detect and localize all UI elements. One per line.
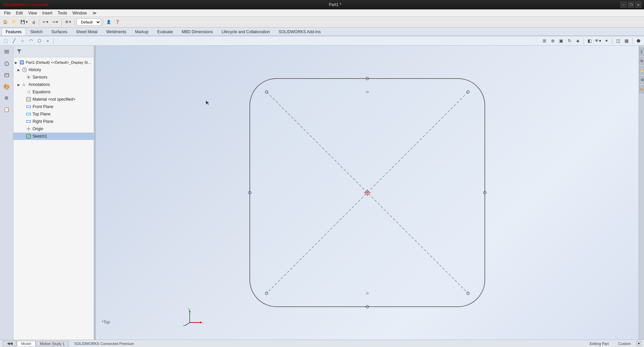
tb2-sep2	[584, 38, 584, 44]
more-sketch-btn[interactable]: »	[44, 37, 51, 45]
open-button[interactable]: 📁	[10, 18, 18, 27]
polygon-btn[interactable]: ⬡	[36, 37, 43, 45]
menu-more[interactable]: ≫	[90, 10, 99, 16]
file-explorer-btn[interactable]: 📂	[639, 66, 644, 75]
section-view-btn[interactable]: ◫	[614, 37, 622, 45]
tree-root[interactable]: ▶ Part1 (Default) <<Default>_Display St.…	[13, 59, 94, 66]
tree-annotations[interactable]: ▶ A Annotations	[13, 81, 94, 88]
tree-origin[interactable]: ▶ Origin	[13, 125, 94, 133]
arc-btn[interactable]: ◠	[27, 37, 35, 45]
tree-top-plane[interactable]: ▶ Top Plane	[13, 110, 94, 118]
tree-sketch1[interactable]: ▶ Sketch1	[13, 133, 94, 140]
tab-markup[interactable]: Markup	[131, 28, 153, 36]
zoom-fit-btn[interactable]: ⊞	[541, 37, 548, 45]
apply-scene-btn[interactable]: ✦	[603, 37, 610, 45]
tree-root-label: Part1 (Default) <<Default>_Display St...	[26, 60, 91, 64]
viewport-btn[interactable]: ▦	[623, 37, 630, 45]
print-button[interactable]: 🖨	[30, 18, 37, 27]
history-icon	[21, 67, 28, 73]
menu-insert[interactable]: Insert	[40, 10, 55, 16]
appearance-btn[interactable]: 🎨	[1, 81, 12, 92]
redo-icon: ↪	[52, 20, 55, 24]
tab-features[interactable]: Features	[1, 28, 26, 36]
svg-marker-44	[200, 321, 202, 324]
tab-evaluate[interactable]: Evaluate	[153, 28, 177, 36]
sensors-icon	[26, 74, 32, 80]
sketch-toolbar: ⬚ ╱ ○ ◠ ⬡ » ⊞ ⊕ ▣ ↻ ◈ ◧ 👁	[0, 36, 644, 46]
tab-surfaces[interactable]: Surfaces	[47, 28, 72, 36]
zoom-area-btn[interactable]: ⊕	[549, 37, 556, 45]
view-orient-btn[interactable]: ◈	[574, 37, 582, 45]
tree-history[interactable]: ▶ History	[13, 66, 94, 73]
menu-tools[interactable]: Tools	[55, 10, 70, 16]
svg-point-11	[28, 76, 30, 78]
viewport-canvas[interactable]: *Top x y z	[96, 46, 639, 340]
tab-model[interactable]: Model	[17, 341, 36, 346]
view-palette-btn[interactable]: 🖼	[639, 76, 644, 84]
tab-sheet-metal[interactable]: Sheet Metal	[72, 28, 102, 36]
config-mgr-btn[interactable]	[1, 70, 12, 81]
feature-mgr-btn[interactable]	[1, 47, 12, 58]
appear-icon: ⬟	[637, 38, 640, 43]
design-library-btn[interactable]: 📚	[639, 57, 644, 65]
profile-button[interactable]: 👤	[105, 18, 113, 27]
display-style-btn[interactable]: ◧	[586, 37, 593, 45]
save-dropdown-arrow: ▾	[26, 20, 28, 24]
maximize-button[interactable]: ❐	[628, 2, 634, 8]
zoom-sheet-btn[interactable]: ▣	[557, 37, 565, 45]
redo-button[interactable]: ↪ ▾	[51, 18, 60, 27]
tb2-sep	[53, 38, 54, 44]
tab-lifecycle[interactable]: Lifecycle and Collaboration	[217, 28, 274, 36]
tree-material[interactable]: ▶ Material <not specified>	[13, 96, 94, 103]
coordinate-axes: x y z	[183, 307, 203, 327]
sketch1-icon	[26, 133, 32, 139]
tree-sensors[interactable]: ▶ Sensors	[13, 73, 94, 81]
tab-motion-study1[interactable]: Motion Study 1	[36, 341, 69, 346]
close-button[interactable]: ✕	[635, 2, 641, 8]
status-scroll-left[interactable]: ◀◀	[3, 341, 17, 346]
tab-weldments[interactable]: Weldments	[102, 28, 131, 36]
line-btn[interactable]: ╱	[10, 37, 18, 45]
undo-button[interactable]: ↩ ▾	[41, 18, 50, 27]
menu-window[interactable]: Window	[70, 10, 90, 16]
menu-view[interactable]: View	[26, 10, 40, 16]
save-button[interactable]: 💾 ▾	[19, 18, 30, 27]
hide-show-btn[interactable]: 👁 ▾	[594, 37, 602, 45]
task-pane-btn[interactable]: 📋	[1, 104, 12, 115]
circle-btn[interactable]: ○	[19, 37, 26, 45]
appearances-btn[interactable]: 🎨	[639, 85, 644, 93]
minimize-button[interactable]: ─	[620, 2, 627, 8]
help-button[interactable]: ❓	[113, 18, 122, 27]
rotate-btn[interactable]: ↻	[566, 37, 573, 45]
toolbar-sep3	[75, 19, 75, 26]
right-plane-label: Right Plane	[33, 119, 53, 124]
annotations-label: Annotations	[29, 82, 50, 87]
tab-sketch[interactable]: Sketch	[26, 28, 47, 36]
feature-tree: ▶ Part1 (Default) <<Default>_Display St.…	[13, 57, 94, 340]
zoom-dropdown[interactable]: ▾	[636, 341, 641, 346]
property-mgr-btn[interactable]: i	[1, 58, 12, 69]
menu-file[interactable]: File	[1, 10, 13, 16]
configuration-dropdown[interactable]: Default	[77, 18, 101, 26]
feature-mgr-icon	[4, 49, 10, 55]
tree-equations[interactable]: ▶ =Σ Equations	[13, 88, 94, 96]
tree-front-plane[interactable]: ▶ Front Plane	[13, 103, 94, 110]
tree-right-plane[interactable]: ▶ Right Plane	[13, 118, 94, 125]
appear-btn[interactable]: ⬟	[635, 37, 642, 45]
smart-dim-btn[interactable]: ⬚	[2, 37, 9, 45]
solidworks-resources-btn[interactable]: SW	[639, 48, 644, 56]
zoom-status: Custom	[618, 342, 631, 346]
tab-addins[interactable]: SOLIDWORKS Add-Ins	[274, 28, 325, 36]
zoom-fit-icon: ⊞	[543, 38, 546, 43]
window-title: Part1 *	[52, 2, 618, 7]
options-button[interactable]: ⚙ ▾	[63, 18, 73, 27]
svg-rect-19	[27, 113, 31, 115]
menu-edit[interactable]: Edit	[13, 10, 26, 16]
filters-btn[interactable]	[15, 48, 23, 55]
cam-btn[interactable]: ⚙	[1, 93, 12, 103]
new-icon: 🏠	[3, 20, 8, 24]
front-plane-label: Front Plane	[33, 104, 53, 109]
tab-mbd-dimensions[interactable]: MBD Dimensions	[177, 28, 217, 36]
polygon-icon: ⬡	[38, 38, 41, 43]
new-button[interactable]: 🏠	[1, 18, 9, 27]
